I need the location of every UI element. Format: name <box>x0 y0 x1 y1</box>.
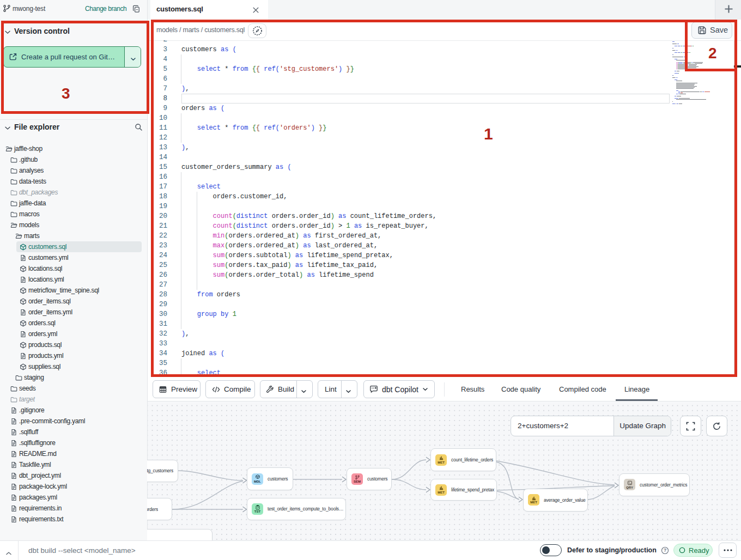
svg-text:?: ? <box>664 547 666 553</box>
